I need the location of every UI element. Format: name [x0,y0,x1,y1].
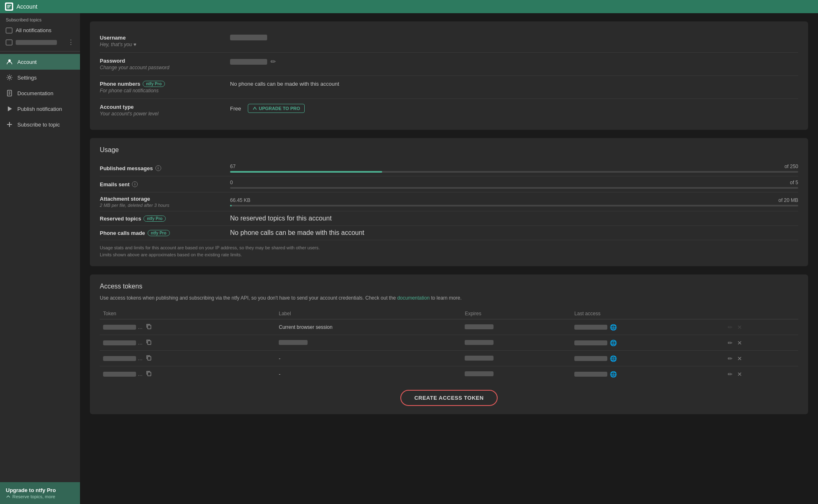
sidebar-subscribe-label: Subscribe to topic [17,122,60,128]
table-row: … [100,335,798,351]
published-messages-numbers: 67 of 250 [230,164,798,169]
col-label: Label [275,308,461,319]
phone-row: Phone numbers ntfy Pro For phone call no… [100,76,798,99]
copy-icon [146,355,152,361]
reserved-topics-pro-badge: ntfy Pro [143,216,166,222]
token-3-label: - [275,351,461,366]
account-type-row: Account type Your account's power level … [100,99,798,122]
table-row: … - [100,351,798,366]
password-edit-icon[interactable]: ✏ [270,58,276,66]
documentation-link[interactable]: documentation [397,295,430,301]
token-4-copy-button[interactable] [144,370,153,378]
sidebar-item-publish[interactable]: Publish notification [0,101,80,117]
svg-point-1 [8,59,11,62]
main-content: Username Hey, that's you ♥ Password Chan… [80,13,818,504]
token-2-label [275,335,461,351]
token-1-last-access: 🌐 [571,319,723,335]
sidebar-account-label: Account [17,59,37,65]
token-3-delete-button[interactable]: ✕ [736,354,744,363]
emails-sent-label-col: Emails sent i [100,181,223,188]
attachment-storage-row: Attachment storage 2 MB per file, delete… [100,192,798,211]
phone-sub: For phone call notifications [100,88,223,94]
globe-icon: 🌐 [610,371,617,377]
attachment-storage-numbers: 66.45 KB of 20 MB [230,197,798,203]
sidebar-item-all-notifications[interactable]: All notifications [0,25,80,36]
token-1-edit-button: ✏ [726,323,734,331]
upgrade-arrow-icon [6,494,11,499]
token-2-actions: ✏ ✕ [723,335,798,351]
create-access-token-button[interactable]: CREATE ACCESS TOKEN [400,390,498,406]
token-4-expires [461,366,571,382]
sidebar-item-documentation[interactable]: Documentation [0,85,80,101]
password-blurred [230,59,267,65]
token-4-delete-button[interactable]: ✕ [736,370,744,378]
upgrade-to-pro-button[interactable]: Account UPGRADE TO PRO [248,104,305,113]
sidebar-item-subscribe[interactable]: Subscribe to topic [0,117,80,132]
upgrade-btn-label: UPGRADE TO PRO [259,106,300,111]
col-last-access: Last access [571,308,723,319]
sidebar-subscribed-label: Subscribed topics [0,13,80,25]
svg-point-2 [9,77,11,79]
sidebar-item-settings[interactable]: Settings [0,70,80,85]
published-messages-label: Published messages i [100,165,223,171]
username-blurred [230,35,267,40]
access-tokens-card: Access tokens Use access tokens when pub… [90,274,808,414]
password-row: Password Change your account password ✏ [100,53,798,76]
arrow-right-icon [6,105,13,113]
topic-more-icon[interactable]: ⋮ [68,38,74,46]
svg-rect-10 [148,325,151,329]
access-tokens-desc: Use access tokens when publishing and su… [100,294,798,302]
token-4-edit-button[interactable]: ✏ [726,370,734,378]
gear-icon [6,74,13,81]
tokens-table: Token Label Expires Last access … [100,308,798,382]
account-card: Username Hey, that's you ♥ Password Chan… [90,21,808,130]
account-type-value: Free Account UPGRADE TO PRO [230,104,798,113]
password-sub: Change your account password [100,65,223,70]
topbar: Account [0,0,818,13]
token-1-copy-button[interactable] [144,323,153,331]
token-1-blur [103,325,136,330]
attachment-storage-bar [230,205,232,206]
main-layout: Subscribed topics All notifications ⋮ [0,13,818,504]
account-type-label-col: Account type Your account's power level [100,104,223,117]
username-value [230,35,798,40]
attachment-storage-label-col: Attachment storage 2 MB per file, delete… [100,196,223,208]
token-2-label-blur [279,340,308,345]
plus-icon [6,121,13,128]
person-icon [6,58,13,66]
token-3-copy-button[interactable] [144,354,153,363]
usage-title: Usage [100,146,798,154]
table-row: … Current browser session [100,319,798,335]
token-1-delete-button: ✕ [736,323,744,331]
password-label: Password [100,58,223,64]
token-2-edit-button[interactable]: ✏ [726,339,734,347]
token-4-label: - [275,366,461,382]
phone-pro-badge: ntfy Pro [143,81,165,87]
published-messages-info-icon[interactable]: i [155,165,161,171]
token-2-value: … [100,335,275,351]
token-4-value: … [100,366,275,382]
password-value: ✏ [230,58,798,66]
sidebar-item-topic-blurred[interactable]: ⋮ [0,36,80,49]
emails-sent-row: Emails sent i 0 of 5 [100,176,798,192]
reserved-topics-label: Reserved topics ntfy Pro [100,216,223,222]
usage-note: Usage stats and limits for this account … [100,244,798,258]
token-4-last-access: 🌐 [571,366,723,382]
token-3-edit-button[interactable]: ✏ [726,354,734,363]
published-messages-label-col: Published messages i [100,165,223,171]
usage-card: Usage Published messages i 67 of 250 [90,138,808,266]
topic-icon [6,28,12,33]
app-title: Account [16,3,38,10]
svg-rect-13 [148,372,151,376]
emails-sent-info-icon[interactable]: i [132,181,138,187]
password-label-col: Password Change your account password [100,58,223,70]
col-actions [723,308,798,319]
sidebar-item-account[interactable]: Account [0,54,80,70]
sidebar-upgrade-button[interactable]: Upgrade to ntfy Pro Reserve topics, more [0,482,80,504]
username-label-col: Username Hey, that's you ♥ [100,35,223,47]
token-2-expires-blur [465,340,494,345]
token-2-delete-button[interactable]: ✕ [736,339,744,347]
token-2-copy-button[interactable] [144,338,153,347]
topic-label-blurred [16,40,57,45]
emails-sent-bar-container [230,187,798,189]
